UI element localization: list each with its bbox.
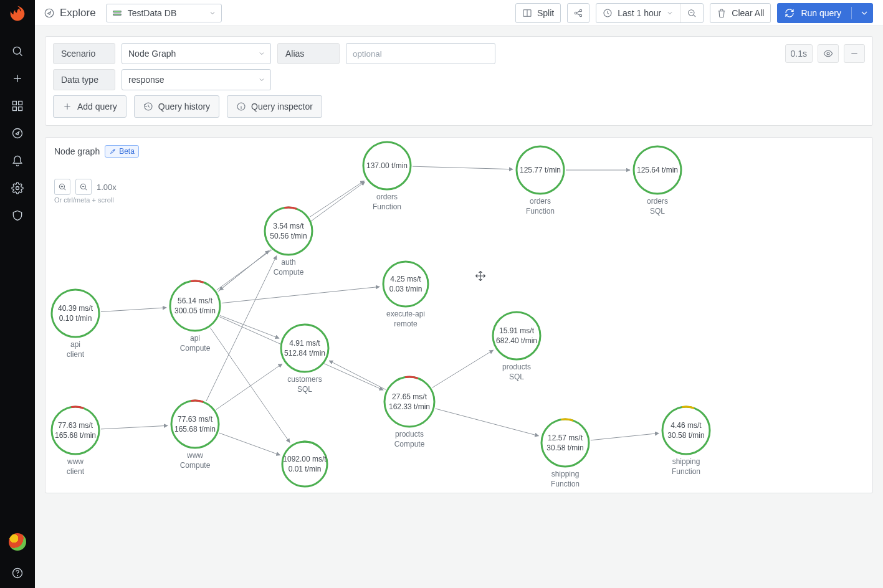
share-button[interactable] [567, 3, 589, 23]
graph-node[interactable]: 125.77 t/minordersFunction [517, 146, 564, 216]
graph-node[interactable]: 3.54 ms/t50.56 t/minauthCompute [265, 207, 312, 277]
svg-text:shipping: shipping [551, 470, 580, 478]
add-query-button[interactable]: Add query [53, 95, 126, 118]
svg-point-6 [16, 187, 19, 190]
svg-rect-2 [19, 102, 22, 105]
graph-node[interactable]: 4.25 ms/t0.03 t/minexecute-apiremote [383, 262, 428, 328]
svg-text:125.64 t/min: 125.64 t/min [637, 166, 678, 174]
zoom-out-button[interactable] [75, 179, 92, 195]
nav-create[interactable] [5, 66, 30, 91]
user-avatar[interactable] [9, 533, 26, 551]
svg-text:Function: Function [551, 480, 580, 488]
alias-input[interactable] [346, 43, 495, 64]
query-inspector-button[interactable]: Query inspector [227, 95, 322, 118]
svg-text:300.05 t/min: 300.05 t/min [174, 306, 216, 315]
svg-text:165.68 t/min: 165.68 t/min [174, 425, 216, 434]
remove-query[interactable] [844, 44, 865, 63]
graph-node[interactable]: 77.63 ms/t165.68 t/minwwwCompute [171, 401, 219, 470]
chevron-down-icon [258, 76, 265, 83]
svg-text:SQL: SQL [650, 207, 665, 216]
svg-rect-3 [13, 107, 17, 111]
time-range-picker[interactable]: Last 1 hour [596, 3, 704, 23]
svg-point-0 [13, 47, 21, 54]
svg-point-62 [282, 442, 327, 486]
svg-point-83 [542, 419, 589, 467]
scenario-label: Scenario [53, 43, 115, 64]
datasource-picker[interactable]: TestData DB [106, 4, 222, 22]
grafana-logo [9, 5, 26, 22]
share-icon [573, 8, 583, 18]
nav-help[interactable] [5, 561, 30, 586]
graph-node[interactable]: 4.46 ms/t30.58 t/minshippingFunction [662, 407, 710, 476]
graph-edge [219, 433, 280, 455]
graph-node[interactable]: 56.14 ms/t300.05 t/minapiCompute [170, 281, 220, 353]
nav-admin[interactable] [5, 203, 30, 228]
svg-text:0.01 t/min: 0.01 t/min [289, 465, 322, 473]
graph-node[interactable]: 15.91 ms/t682.40 t/minproductsSQL [493, 312, 540, 381]
query-editor-panel: Scenario Node Graph Alias 0.1s Data type… [45, 36, 873, 126]
svg-text:Function: Function [672, 467, 700, 476]
nav-search[interactable] [5, 39, 30, 64]
graph-edge [310, 181, 364, 217]
svg-point-15 [580, 14, 582, 16]
zoom-out-time[interactable] [680, 4, 703, 22]
scenario-select[interactable]: Node Graph [122, 43, 271, 64]
svg-text:client: client [67, 350, 85, 359]
svg-point-5 [13, 129, 22, 138]
node-graph-panel: Node graph Beta 1.00x Or ctrl/meta + scr… [45, 137, 873, 493]
toggle-visibility[interactable] [818, 44, 839, 63]
graph-node[interactable]: 125.64 t/minordersSQL [634, 146, 681, 216]
sync-icon [785, 8, 795, 18]
nav-explore[interactable] [5, 121, 30, 146]
split-button[interactable]: Split [515, 3, 561, 23]
svg-text:execute-api: execute-api [386, 310, 425, 318]
nav-dashboards[interactable] [5, 93, 30, 118]
svg-rect-11 [113, 14, 121, 15]
svg-text:Compute: Compute [274, 268, 304, 277]
graph-edge [216, 364, 282, 410]
graph-node[interactable]: 1092.00 ms/t0.01 t/min [282, 442, 327, 486]
graph-edge [206, 256, 277, 401]
svg-text:77.63 ms/t: 77.63 ms/t [178, 415, 213, 424]
split-icon [522, 8, 532, 18]
svg-text:products: products [395, 430, 424, 439]
trash-icon [717, 8, 727, 18]
datatype-select[interactable]: response [122, 69, 271, 90]
graph-node[interactable]: 27.65 ms/t162.33 t/minproductsCompute [384, 377, 434, 448]
svg-text:50.56 t/min: 50.56 t/min [270, 232, 307, 240]
svg-text:www: www [67, 457, 84, 466]
svg-point-18 [827, 52, 829, 55]
svg-text:auth: auth [281, 258, 295, 267]
svg-point-8 [17, 576, 18, 576]
graph-canvas[interactable]: 40.39 ms/t0.10 t/minapiclient77.63 ms/t1… [45, 138, 872, 493]
svg-text:125.77 t/min: 125.77 t/min [520, 166, 561, 174]
svg-text:orders: orders [647, 197, 668, 206]
svg-text:4.25 ms/t: 4.25 ms/t [390, 275, 421, 283]
page-content: Scenario Node Graph Alias 0.1s Data type… [35, 26, 883, 588]
graph-edge [222, 287, 379, 303]
zoom-out-icon [687, 8, 697, 18]
svg-text:Compute: Compute [394, 440, 425, 448]
compass-icon [44, 7, 55, 19]
svg-text:orders: orders [530, 197, 551, 206]
graph-node[interactable]: 12.57 ms/t30.58 t/minshippingFunction [542, 419, 589, 488]
graph-node[interactable]: 137.00 t/minordersFunction [363, 142, 411, 211]
plus-icon [62, 102, 72, 111]
graph-node[interactable]: 4.91 ms/t512.84 t/mincustomersSQL [281, 325, 328, 394]
zoom-in-button[interactable] [54, 179, 70, 195]
graph-edge [210, 328, 290, 442]
nav-alerting[interactable] [5, 148, 30, 173]
graph-edge [220, 315, 279, 338]
chevron-down-icon [859, 8, 869, 18]
nav-config[interactable] [5, 176, 30, 201]
run-query-button[interactable]: Run query [777, 3, 873, 23]
chevron-down-icon [666, 9, 674, 17]
svg-rect-10 [113, 11, 121, 12]
svg-rect-4 [19, 107, 22, 111]
graph-node[interactable]: 40.39 ms/t0.10 t/minapiclient [52, 290, 99, 359]
svg-text:162.33 t/min: 162.33 t/min [389, 402, 430, 411]
graph-edge [101, 425, 168, 429]
query-history-button[interactable]: Query history [134, 95, 219, 118]
graph-node[interactable]: 77.63 ms/t165.68 t/minwwwclient [52, 407, 99, 476]
clear-all-button[interactable]: Clear All [710, 3, 771, 23]
